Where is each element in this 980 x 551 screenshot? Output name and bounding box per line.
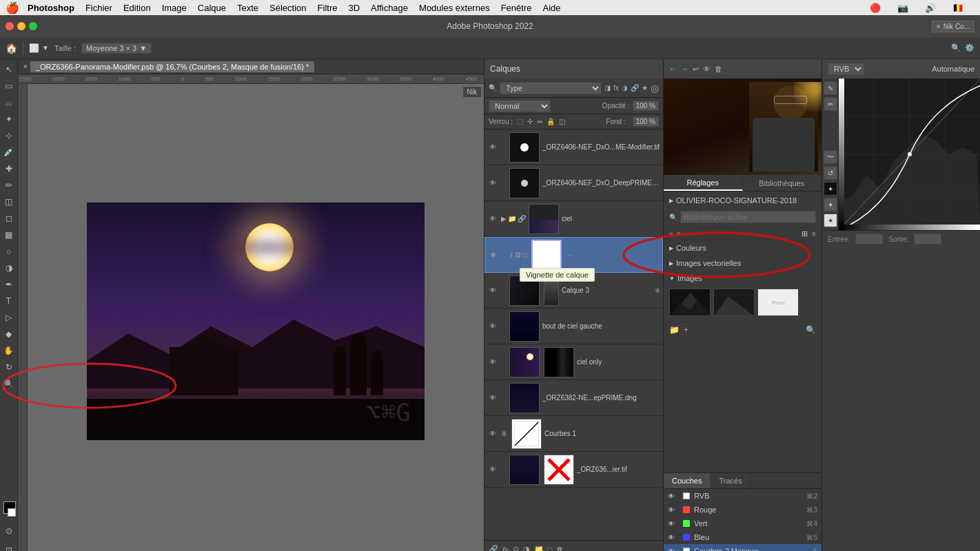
lock-icon-1[interactable]: ⬚ — [517, 118, 523, 125]
curve-eyedropper-light[interactable]: ✦ — [824, 214, 837, 227]
minimize-button[interactable] — [17, 22, 25, 30]
layer-visibility-toggle[interactable]: 👁 — [487, 214, 498, 225]
tool-path-select[interactable]: ▷ — [1, 310, 17, 325]
tool-pen[interactable]: ✒ — [1, 277, 17, 292]
list-icon[interactable]: ≡ — [812, 230, 816, 238]
tool-rotate[interactable]: ↻ — [1, 360, 17, 375]
layer-visibility-toggle[interactable]: 👁 — [487, 321, 498, 332]
panel-nav-icon-4[interactable]: 👁 — [703, 65, 711, 73]
layer-visibility-toggle[interactable]: 👁 — [487, 178, 498, 189]
lock-icon-5[interactable]: ◫ — [559, 118, 565, 125]
curve-tool-edit[interactable]: ✎ — [824, 81, 837, 95]
panel-nav-icon-1[interactable]: ← — [669, 65, 677, 73]
footer-new-layer-icon[interactable]: □ — [548, 545, 553, 552]
menu-calque[interactable]: Calque — [198, 3, 226, 13]
footer-mask-icon[interactable]: ⊙ — [513, 545, 519, 551]
channel-row-vert[interactable]: 👁 Vert ⌘4 — [664, 517, 821, 530]
layer-item[interactable]: 👁 _ORZ6406-NEF_DxO_DeepPRIME.dng — [484, 165, 663, 201]
channel-row-bleu[interactable]: 👁 Bleu ⌘5 — [664, 530, 821, 544]
section-images-header[interactable]: ▼ Images — [664, 271, 821, 286]
layer-item[interactable]: 👁 _ORZ636...ier.tif — [484, 452, 663, 488]
channel-select[interactable]: RVB — [828, 63, 864, 75]
tab-reglages[interactable]: Réglages — [664, 175, 743, 191]
menu-texte[interactable]: Texte — [237, 3, 258, 13]
tool-zoom[interactable]: 🔍 — [1, 376, 17, 391]
library-folder-header[interactable]: ▶ OLIVIER-ROCO-SIGNATURE-2018 — [664, 193, 821, 208]
menu-selection[interactable]: Sélection — [269, 3, 306, 13]
apple-menu[interactable]: 🍎 — [6, 1, 19, 14]
tool-heal[interactable]: ✚ — [1, 161, 17, 176]
canvas-container[interactable]: ⌥⌘G Nik — [28, 84, 484, 551]
close-button[interactable] — [6, 22, 14, 30]
layer-item-highlighted[interactable]: 👁 ƒ ⛓ ◻ ⋯ Vignette de calque — [484, 237, 663, 273]
footer-fx-icon[interactable]: fx — [502, 545, 509, 552]
tab-bibliotheques[interactable]: Bibliothèques — [743, 175, 822, 191]
menu-photoshop[interactable]: Photoshop — [28, 3, 74, 13]
lib-add-icon[interactable]: 📁 — [669, 325, 680, 335]
tool-dropdown-arrow[interactable]: ▼ — [42, 44, 49, 52]
section-images-vectorielles-header[interactable]: ▶ Images vectorielles — [664, 256, 821, 271]
lib-thumb-3[interactable]: Roco — [757, 289, 799, 316]
tool-gradient[interactable]: ▦ — [1, 227, 17, 242]
lock-icon-2[interactable]: ✢ — [527, 118, 533, 125]
channel-row-rouge[interactable]: 👁 Rouge ⌘3 — [664, 503, 821, 517]
tool-quick-mask[interactable]: ⊙ — [1, 523, 17, 539]
auto-button[interactable]: Automatique — [932, 65, 974, 73]
lib-thumb-2[interactable] — [713, 289, 755, 316]
channel-row-rvb[interactable]: 👁 RVB ⌘2 — [664, 489, 821, 503]
menu-edition[interactable]: Edition — [123, 3, 151, 13]
curve-tool-reset[interactable]: ↺ — [824, 166, 837, 180]
tab-traces[interactable]: Tracés — [711, 473, 751, 488]
tool-screen-mode[interactable]: ⊡ — [1, 543, 17, 551]
grid-icon[interactable]: ⊞ — [802, 229, 808, 238]
opacity-value[interactable]: 100 % — [633, 101, 659, 111]
filter-btn-4[interactable]: 🔗 — [631, 84, 639, 92]
eye-icon[interactable]: 👁 — [668, 506, 679, 514]
footer-delete-icon[interactable]: 🗑 — [556, 545, 564, 552]
channel-row-courbes2masque[interactable]: 👁 Courbes 2 Masque & — [664, 544, 821, 551]
layer-visibility-toggle[interactable]: 👁 — [487, 357, 498, 368]
tool-dodge[interactable]: ◑ — [1, 260, 17, 276]
sort-icon[interactable]: ≡ — [677, 230, 681, 238]
panel-nav-icon-2[interactable]: → — [681, 65, 688, 73]
tool-brush[interactable]: ✏ — [1, 178, 17, 193]
panel-nav-icon-5[interactable]: 🗑 — [715, 65, 722, 73]
filter-toggle[interactable]: ◎ — [651, 83, 659, 94]
nik-panel-icon[interactable]: Nik — [463, 87, 481, 97]
tool-eyedropper[interactable]: 💉 — [1, 145, 17, 160]
input-value[interactable] — [855, 233, 883, 245]
curve-eyedropper-dark[interactable]: ✦ — [824, 182, 837, 196]
tool-lasso[interactable]: ⌓ — [1, 95, 17, 110]
footer-link-icon[interactable]: 🔗 — [489, 545, 498, 551]
layer-visibility-toggle[interactable]: 👁 — [488, 249, 499, 260]
filter-select[interactable]: Type — [500, 82, 602, 94]
lock-icon-4[interactable]: 🔒 — [547, 118, 555, 125]
library-search-input[interactable] — [680, 211, 816, 223]
tool-select-rect[interactable]: ▭ — [1, 79, 17, 94]
toolbar-icon-1[interactable]: 🔍 — [951, 43, 961, 52]
maximize-button[interactable] — [29, 22, 37, 30]
menu-modules[interactable]: Modules externes — [419, 3, 490, 13]
layer-item[interactable]: 👁 _ORZ6382-NE...epPRIME.dng — [484, 380, 663, 416]
document-tab[interactable]: _ORZ6366-Panorama-Modifier.psb @ 16,7% (… — [30, 61, 314, 72]
lib-search-icon[interactable]: 🔍 — [806, 325, 816, 335]
footer-adj-icon[interactable]: ◑ — [523, 545, 530, 551]
curve-eyedropper-mid[interactable]: ✦ — [824, 198, 837, 211]
tool-hand[interactable]: ✋ — [1, 343, 17, 358]
layer-visibility-toggle[interactable]: 👁 — [487, 142, 498, 153]
footer-group-icon[interactable]: 📁 — [534, 545, 544, 551]
blend-mode-select[interactable]: Normal — [489, 100, 551, 112]
section-couleurs-header[interactable]: ▶ Couleurs — [664, 240, 821, 256]
layer-visibility-toggle[interactable]: 👁 — [487, 428, 498, 439]
menu-aide[interactable]: Aide — [542, 3, 560, 13]
menu-image[interactable]: Image — [162, 3, 187, 13]
menu-fenetre[interactable]: Fenêtre — [501, 3, 532, 13]
eye-icon[interactable]: 👁 — [668, 534, 679, 541]
nik-button[interactable]: ×Nik Co... — [932, 21, 974, 32]
toolbar-icon-2[interactable]: ⚙️ — [965, 43, 974, 52]
home-button[interactable]: 🏠 — [6, 43, 17, 54]
brush-size-arrow[interactable]: ▼ — [139, 44, 147, 52]
close-tab-icon[interactable]: × — [23, 63, 28, 70]
filter-btn-1[interactable]: ◨ — [604, 84, 611, 92]
layer-visibility-toggle[interactable]: 👁 — [487, 393, 498, 404]
